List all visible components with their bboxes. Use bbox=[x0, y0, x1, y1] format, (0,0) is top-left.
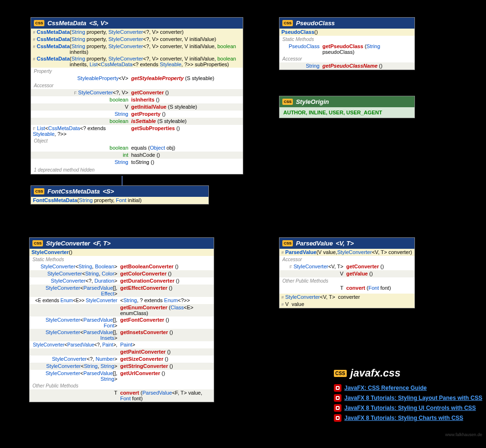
link-ui-controls[interactable]: JavaFX 8 Tutorials: Styling UI Controls … bbox=[334, 404, 482, 412]
header: CSS CssMetaData <S, V> bbox=[31, 18, 243, 29]
css-icon: CSS bbox=[282, 240, 293, 246]
oracle-icon bbox=[334, 404, 341, 412]
title: FontCssMetaData bbox=[47, 188, 100, 195]
generics: <S, V> bbox=[89, 20, 108, 27]
title: StyleOrigin bbox=[296, 98, 329, 105]
header: CSS ParsedValue <V, T> bbox=[279, 238, 414, 249]
card-parsedvalue: CSS ParsedValue <V, T> #ParsedValue (V v… bbox=[279, 237, 415, 308]
header: CSS PseudoClass bbox=[279, 18, 414, 29]
enum-values: AUTHOR, INLINE, USER, USER_AGENT bbox=[279, 107, 414, 118]
css-icon: CSS bbox=[34, 20, 44, 26]
title: PseudoClass bbox=[296, 20, 335, 27]
card-styleorigin: CSS StyleOrigin AUTHOR, INLINE, USER, US… bbox=[279, 96, 415, 118]
package-block: CSSjavafx.css JavaFX: CSS Reference Guid… bbox=[334, 367, 482, 424]
deprecated-note: 1 deprecated method hidden bbox=[31, 166, 243, 174]
card-pseudoclass: CSS PseudoClass PseudoClass () Static Me… bbox=[279, 17, 415, 70]
header: CSS StyleOrigin bbox=[279, 96, 414, 107]
card-cssmetadata: CSS CssMetaData <S, V> #CssMetaData (Str… bbox=[31, 17, 243, 174]
css-icon: CSS bbox=[34, 188, 44, 194]
title: StyleConverter bbox=[46, 240, 90, 247]
link-ref-guide[interactable]: JavaFX: CSS Reference Guide bbox=[334, 384, 482, 392]
inheritance-connector bbox=[122, 176, 123, 185]
header: CSS FontCssMetaData <S> bbox=[31, 186, 208, 197]
title: CssMetaData bbox=[47, 20, 86, 27]
link-layout-panes[interactable]: JavaFX 8 Tutorials: Styling Layout Panes… bbox=[334, 394, 482, 402]
watermark: www.falkhausen.de bbox=[445, 432, 482, 437]
oracle-icon bbox=[334, 394, 341, 402]
title: ParsedValue bbox=[296, 240, 333, 247]
oracle-icon bbox=[334, 384, 341, 392]
css-icon: CSS bbox=[282, 99, 293, 105]
oracle-icon bbox=[334, 414, 341, 422]
header: CSS StyleConverter <F, T> bbox=[30, 238, 214, 249]
css-icon: CSS bbox=[32, 240, 43, 246]
css-icon: CSS bbox=[334, 370, 347, 377]
card-fontcssmetadata: CSS FontCssMetaData <S> FontCssMetaData … bbox=[31, 185, 209, 204]
card-styleconverter: CSS StyleConverter <F, T> StyleConverter… bbox=[29, 237, 214, 402]
css-icon: CSS bbox=[282, 20, 293, 26]
package-title: javafx.css bbox=[351, 367, 401, 379]
link-charts[interactable]: JavaFX 8 Tutorials: Styling Charts with … bbox=[334, 414, 482, 422]
